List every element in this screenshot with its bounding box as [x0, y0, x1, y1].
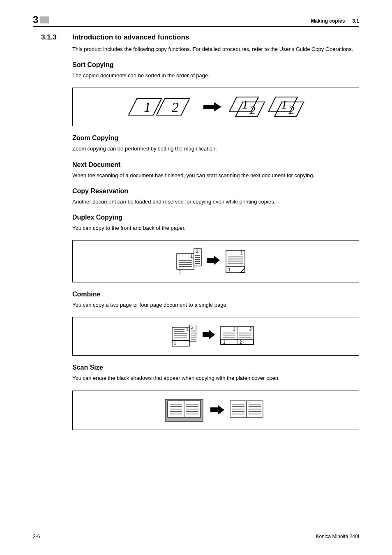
scan-size-body: You can erase the black shadows that app…	[72, 375, 359, 382]
svg-text:2: 2	[191, 325, 194, 330]
chapter-badge: 3	[33, 14, 49, 25]
combine-illustration: 1 1 2	[72, 317, 359, 356]
svg-text:2: 2	[288, 103, 295, 117]
header-rule	[33, 26, 359, 27]
duplex-copying-heading: Duplex Copying	[72, 214, 359, 221]
svg-text:1: 1	[186, 327, 189, 332]
svg-marker-52	[203, 330, 215, 339]
page: 3 Making copies 3.1 3.1.3 Introduction t…	[0, 0, 392, 555]
section-intro: This product includes the following copy…	[72, 46, 359, 53]
duplex-copying-body: You can copy to the front and back of th…	[72, 224, 359, 232]
zoom-copying-heading: Zoom Copying	[72, 134, 359, 142]
scan-size-heading: Scan Size	[72, 364, 359, 371]
scan-size-svg	[164, 398, 267, 422]
footer-rule	[33, 531, 359, 531]
content: 3.1.3 Introduction to advanced functions…	[33, 33, 359, 430]
sort-copying-body: The copied documents can be sorted in th…	[72, 72, 359, 79]
svg-text:2: 2	[240, 340, 242, 345]
header-section: 3.1	[352, 18, 359, 24]
combine-svg: 1 1 2	[171, 325, 261, 348]
section-number: 3.1.3	[41, 33, 72, 42]
svg-text:2: 2	[249, 327, 252, 331]
combine-heading: Combine	[72, 291, 359, 298]
next-document-body: When the scanning of a document has fini…	[72, 172, 359, 179]
svg-text:1: 1	[228, 267, 231, 272]
svg-text:1: 1	[240, 250, 243, 255]
sort-copying-illustration: 1 2 1 2 1	[72, 88, 359, 126]
svg-text:1: 1	[223, 340, 226, 345]
svg-text:2: 2	[249, 103, 256, 117]
svg-text:2: 2	[172, 99, 179, 115]
section-heading: 3.1.3 Introduction to advanced functions	[41, 33, 359, 42]
svg-text:1: 1	[144, 99, 151, 115]
copy-reservation-body: Another document can be loaded and reser…	[72, 198, 359, 206]
svg-text:1: 1	[233, 327, 235, 331]
indented-content: This product includes the following copy…	[72, 46, 359, 430]
sort-copying-heading: Sort Copying	[72, 61, 359, 69]
sort-copying-svg: 1 2 1 2 1	[121, 95, 310, 118]
footer-page: 3-6	[33, 534, 40, 539]
duplex-copying-illustration: 1 1 2	[72, 240, 359, 282]
combine-body: You can copy a two page or four page doc…	[72, 301, 359, 309]
footer: 3-6 Konica Minolta 240f	[33, 531, 359, 539]
footer-row: 3-6 Konica Minolta 240f	[33, 534, 359, 539]
header-title: Making copies	[311, 18, 345, 24]
svg-text:1: 1	[174, 341, 176, 346]
svg-text:1: 1	[242, 97, 248, 111]
duplex-copying-svg: 1 1 2	[175, 248, 257, 275]
svg-marker-4	[203, 102, 221, 111]
svg-marker-79	[210, 405, 224, 415]
section-title: Introduction to advanced functions	[72, 33, 189, 42]
svg-text:1: 1	[179, 269, 181, 274]
svg-marker-27	[207, 256, 220, 265]
chapter-tab	[40, 16, 49, 23]
chapter-number: 3	[33, 14, 40, 25]
header-row: 3 Making copies 3.1	[33, 14, 359, 25]
header-right: Making copies 3.1	[311, 18, 359, 25]
copy-reservation-heading: Copy Reservation	[72, 187, 359, 195]
next-document-heading: Next Document	[72, 161, 359, 169]
footer-product: Konica Minolta 240f	[316, 534, 359, 539]
svg-text:2: 2	[196, 249, 198, 254]
zoom-copying-body: Zoom copying can be performed by setting…	[72, 145, 359, 153]
svg-text:1: 1	[190, 254, 193, 259]
svg-text:1: 1	[281, 97, 287, 111]
scan-size-illustration	[72, 391, 359, 430]
